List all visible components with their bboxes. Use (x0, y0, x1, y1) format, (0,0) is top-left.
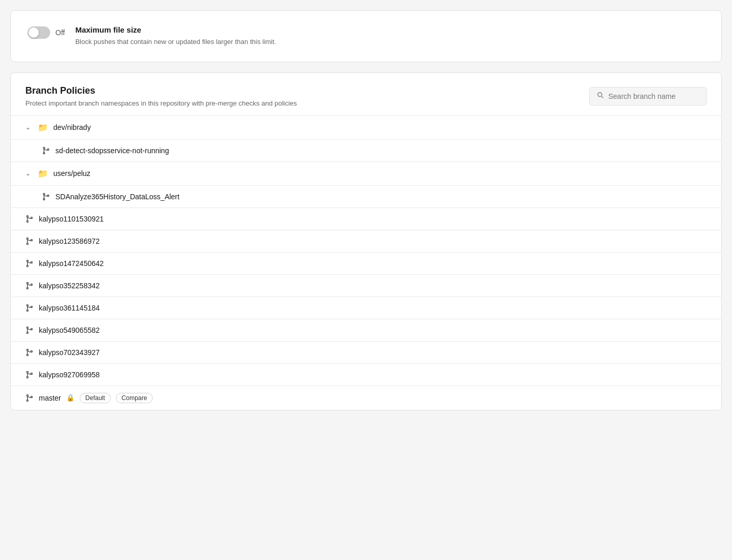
setting-description: Block pushes that contain new or updated… (75, 37, 276, 47)
setting-title: Maximum file size (75, 25, 276, 34)
max-file-size-card: Off Maximum file size Block pushes that … (10, 10, 722, 62)
branch-policies-title: Branch Policies (25, 85, 297, 96)
branch-item: kalypso927069958 (11, 364, 721, 386)
toggle-wrap: Off (27, 26, 65, 39)
svg-point-0 (598, 92, 602, 96)
git-branch-icon (25, 282, 34, 290)
folder-icon: 📁 (38, 169, 48, 179)
search-icon (597, 92, 604, 101)
branch-name: kalypso927069958 (39, 371, 100, 379)
search-box[interactable] (589, 87, 707, 106)
git-branch-icon (25, 326, 34, 334)
branch-item-master: master 🔒 Default Compare (11, 386, 721, 410)
branch-item: kalypso702343927 (11, 342, 721, 364)
toggle-off-label: Off (55, 28, 65, 37)
git-branch-icon (42, 193, 50, 201)
branch-name: kalypso352258342 (39, 282, 100, 290)
git-branch-icon (25, 394, 34, 402)
branch-name-master: master (39, 394, 61, 402)
git-branch-icon (25, 348, 34, 357)
branch-name: kalypso123586972 (39, 237, 100, 245)
git-branch-icon (25, 304, 34, 312)
search-branch-input[interactable] (608, 92, 699, 100)
branch-policies-description: Protect important branch namespaces in t… (25, 99, 297, 107)
git-branch-icon (42, 146, 50, 155)
branch-name: SDAnalyze365History_DataLoss_Alert (55, 193, 180, 201)
branch-item: kalypso123586972 (11, 230, 721, 253)
chevron-icon[interactable]: ⌄ (25, 170, 31, 177)
group-name: users/peluz (53, 169, 91, 178)
group-row: ⌄ 📁 users/peluz (11, 162, 721, 186)
branch-name: kalypso1472450642 (39, 259, 104, 268)
group-row: ⌄ 📁 dev/nibrady (11, 116, 721, 140)
git-branch-icon (25, 259, 34, 268)
branch-name: kalypso1101530921 (39, 215, 104, 223)
branch-policies-header: Branch Policies Protect important branch… (11, 73, 721, 115)
branch-item: SDAnalyze365History_DataLoss_Alert (11, 186, 721, 208)
branch-name: kalypso361145184 (39, 304, 100, 312)
group-name: dev/nibrady (53, 123, 91, 131)
git-branch-icon (25, 371, 34, 379)
branch-name: sd-detect-sdopsservice-not-running (55, 146, 169, 155)
branch-name: kalypso702343927 (39, 348, 100, 357)
max-file-size-toggle[interactable] (27, 26, 50, 39)
badge-default[interactable]: Default (80, 393, 111, 403)
lock-icon: 🔒 (66, 394, 75, 402)
git-branch-icon (25, 215, 34, 223)
git-branch-icon (25, 237, 34, 245)
branch-item: kalypso1472450642 (11, 253, 721, 275)
branch-name: kalypso549065582 (39, 326, 100, 334)
branch-item: sd-detect-sdopsservice-not-running (11, 140, 721, 162)
svg-line-1 (602, 96, 603, 98)
branch-policies-header-left: Branch Policies Protect important branch… (25, 85, 297, 107)
setting-info: Maximum file size Block pushes that cont… (75, 25, 276, 47)
chevron-icon[interactable]: ⌄ (25, 124, 31, 131)
branch-policies-card: Branch Policies Protect important branch… (10, 72, 722, 410)
branch-item: kalypso549065582 (11, 319, 721, 342)
badge-compare[interactable]: Compare (116, 393, 153, 403)
branch-list: ⌄ 📁 dev/nibrady sd-detect-sdopsservice-n… (11, 115, 721, 410)
branch-item: kalypso1101530921 (11, 208, 721, 230)
toggle-knob (28, 27, 39, 38)
toggle-row: Off Maximum file size Block pushes that … (27, 25, 705, 47)
folder-icon: 📁 (38, 123, 48, 132)
branch-item: kalypso352258342 (11, 275, 721, 297)
branch-item: kalypso361145184 (11, 297, 721, 319)
